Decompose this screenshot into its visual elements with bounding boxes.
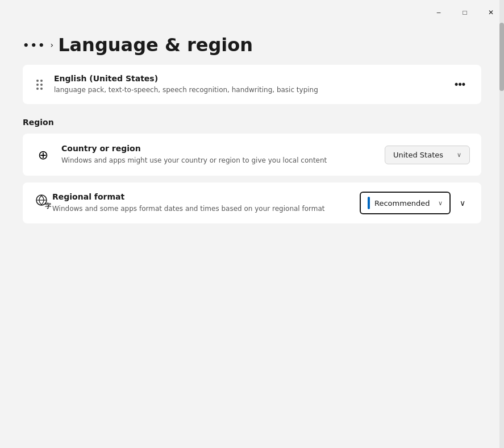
- drag-dot: [40, 88, 43, 90]
- country-region-dropdown[interactable]: United States ∨: [385, 146, 470, 164]
- breadcrumb-back-dots[interactable]: •••: [23, 39, 46, 51]
- scrollbar-thumb[interactable]: [499, 23, 504, 91]
- country-region-desc: Windows and apps might use your country …: [61, 155, 376, 165]
- drag-dot: [40, 84, 43, 86]
- svg-text:字: 字: [45, 202, 51, 209]
- region-section-label: Region: [23, 118, 481, 127]
- maximize-button[interactable]: □: [452, 3, 478, 22]
- dropdown-chevron-icon: ∨: [457, 151, 461, 159]
- regional-format-text: Regional format Windows and some apps fo…: [52, 192, 360, 214]
- language-card: English (United States) language pack, t…: [23, 65, 481, 104]
- language-features: language pack, text-to-speech, speech re…: [54, 85, 441, 95]
- regional-format-title: Regional format: [52, 192, 360, 201]
- regional-format-icon: 字: [34, 193, 52, 213]
- drag-dot: [36, 80, 39, 82]
- globe-icon: ⊕: [34, 148, 52, 162]
- breadcrumb: ••• › Language & region: [23, 34, 481, 56]
- drag-dot: [36, 88, 39, 90]
- drag-dot: [36, 84, 39, 86]
- recommended-value: Recommended: [374, 199, 434, 208]
- country-region-card: ⊕ Country or region Windows and apps mig…: [23, 134, 481, 176]
- minimize-button[interactable]: –: [426, 3, 452, 22]
- regional-format-expand-button[interactable]: ∨: [455, 194, 470, 212]
- window-controls: – □ ✕: [426, 3, 504, 22]
- regional-format-card: 字 Regional format Windows and some apps …: [23, 182, 481, 223]
- language-more-button[interactable]: •••: [450, 76, 470, 93]
- settings-window: – □ ✕ ••• › Language & region English (U…: [0, 0, 504, 448]
- page-title: Language & region: [58, 34, 253, 56]
- language-name: English (United States): [54, 74, 441, 83]
- regional-format-row: 字 Regional format Windows and some apps …: [34, 192, 470, 214]
- scrollbar-track[interactable]: [499, 0, 504, 448]
- breadcrumb-chevron-icon: ›: [51, 40, 54, 49]
- recommended-dropdown[interactable]: Recommended ∨: [360, 192, 451, 214]
- drag-dot: [40, 80, 43, 82]
- country-region-control: United States ∨: [385, 146, 470, 164]
- country-region-title: Country or region: [61, 144, 376, 153]
- title-bar: – □ ✕: [0, 0, 504, 23]
- country-region-text: Country or region Windows and apps might…: [61, 144, 376, 165]
- main-content: ••• › Language & region English (United …: [0, 23, 504, 448]
- regional-format-svg-icon: 字: [35, 193, 52, 210]
- regional-format-desc: Windows and some apps format dates and t…: [52, 204, 360, 214]
- drag-handle[interactable]: [34, 77, 45, 92]
- regional-format-control: Recommended ∨: [360, 192, 451, 214]
- country-region-value: United States: [393, 151, 443, 159]
- recommended-chevron-icon: ∨: [438, 200, 443, 207]
- language-info: English (United States) language pack, t…: [54, 74, 441, 95]
